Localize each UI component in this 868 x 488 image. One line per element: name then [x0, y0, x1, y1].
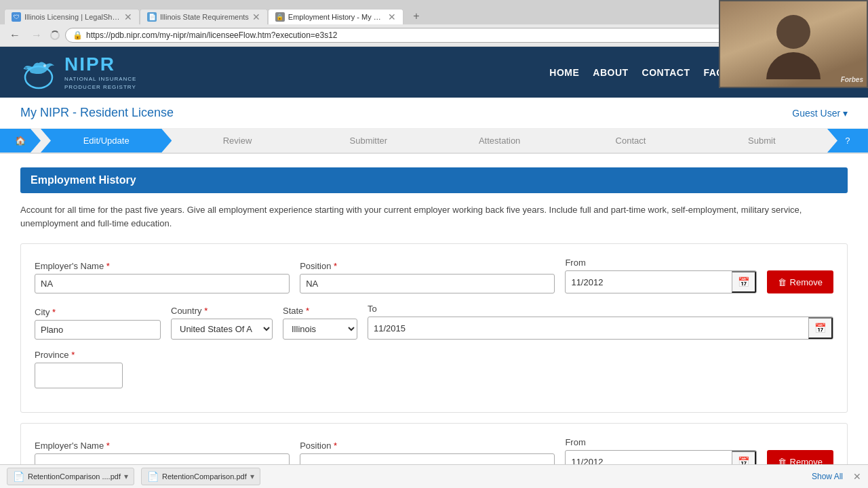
progress-submit[interactable]: Submit: [696, 129, 827, 152]
description-text: Account for all time for the past five y…: [20, 203, 848, 230]
entry1-city-group: City *: [35, 307, 161, 340]
dl2-chevron[interactable]: ▾: [250, 472, 254, 481]
employer-required: *: [106, 261, 110, 271]
country-required: *: [204, 306, 208, 316]
download-item-2[interactable]: 📄 RetentionComparison.pdf ▾: [141, 468, 260, 485]
entry2-position-label-text: Position: [300, 441, 331, 451]
video-inner: [720, 1, 867, 87]
new-tab-button[interactable]: +: [406, 8, 427, 24]
province-label-text: Province: [35, 350, 69, 360]
progress-edit[interactable]: Edit/Update: [41, 129, 172, 152]
entry1-state-select[interactable]: Illinois: [283, 319, 357, 340]
entry2-employer-label: Employer's Name *: [35, 441, 290, 451]
sub-header: My NIPR - Resident License Guest User ▾: [0, 98, 868, 129]
country-label-text: Country: [171, 306, 202, 316]
entry2-employer-required: *: [106, 441, 110, 451]
city-required: *: [52, 307, 56, 317]
dl2-icon: 📄: [147, 471, 159, 482]
entry1-province-label: Province *: [35, 350, 123, 360]
progress-attestation[interactable]: Attestation: [434, 129, 565, 152]
entry1-country-select[interactable]: United States Of A: [171, 319, 273, 340]
entry1-province-input[interactable]: [35, 367, 123, 385]
entry1-to-label: To: [368, 304, 833, 314]
city-label-text: City: [35, 307, 50, 317]
browser-tab-1[interactable]: 🛡 Illinois Licensing | LegalShield... ✕: [4, 9, 140, 24]
forbes-watermark: Forbes: [841, 76, 863, 83]
dl1-label: RetentionComparison ....pdf: [28, 472, 121, 481]
back-button[interactable]: ←: [7, 28, 23, 43]
browser-tab-2[interactable]: 📄 Illinois State Requirements ✕: [140, 9, 268, 24]
tab3-label: Employment History - My NIPR...: [288, 13, 384, 21]
employer-label-text: Employer's Name: [35, 261, 104, 271]
entry1-city-label: City *: [35, 307, 161, 317]
entry1-to-group: To 📅: [368, 304, 833, 340]
entry1-position-input[interactable]: [300, 274, 555, 293]
entry1-from-input[interactable]: [566, 273, 731, 291]
nipr-logo: NIPR NATIONAL INSURANCEPRODUCER REGISTRY: [20, 54, 136, 91]
entry1-to-input[interactable]: [368, 319, 808, 338]
entry1-employer-input[interactable]: [35, 274, 290, 293]
dl1-icon: 📄: [13, 471, 24, 482]
download-item-1[interactable]: 📄 RetentionComparison ....pdf ▾: [7, 468, 134, 485]
dl2-label: RetentionComparison.pdf: [162, 472, 247, 481]
nav-home[interactable]: HOME: [549, 67, 579, 78]
help-label: ?: [845, 136, 850, 146]
video-person-head: [776, 15, 810, 49]
progress-home[interactable]: 🏠: [0, 129, 41, 152]
progress-contact[interactable]: Contact: [565, 129, 696, 152]
progress-review[interactable]: Review: [172, 129, 302, 152]
entry1-country-label: Country *: [171, 306, 273, 316]
nipr-bird-logo: [20, 54, 58, 91]
entry1-to-calendar[interactable]: 📅: [808, 317, 833, 339]
tab2-label: Illinois State Requirements: [160, 13, 249, 21]
entry1-row2: City * Country * United States Of A Stat…: [35, 304, 833, 340]
address-text: https://pdb.nipr.com/my-nipr/main/licens…: [86, 30, 338, 40]
main-content: Employment History Account for all time …: [0, 154, 868, 488]
tab3-close[interactable]: ✕: [388, 12, 396, 22]
entry1-position-group: Position *: [300, 261, 555, 293]
position-label-text: Position: [300, 261, 331, 271]
position-required: *: [334, 261, 337, 271]
download-close-button[interactable]: ✕: [853, 471, 861, 482]
entry2-employer-label-text: Employer's Name: [35, 441, 104, 451]
progress-help[interactable]: ?: [827, 129, 868, 152]
entry1-state-label: State *: [283, 306, 357, 316]
progress-bar: 🏠 Edit/Update Review Submitter Attestati…: [0, 129, 868, 154]
forward-button[interactable]: →: [28, 28, 45, 43]
show-all-button[interactable]: Show All: [812, 472, 843, 481]
entry1-employer-group: Employer's Name *: [35, 261, 290, 293]
entry1-state-group: State * Illinois: [283, 306, 357, 340]
progress-submitter[interactable]: Submitter: [303, 129, 434, 152]
loading-spinner: [50, 30, 60, 40]
svg-point-1: [43, 64, 46, 67]
entry1-remove-button[interactable]: 🗑 Remove: [767, 270, 833, 293]
section-title: Employment History: [31, 174, 136, 186]
entry1-row1: Employer's Name * Position * From 📅: [35, 258, 833, 293]
attestation-label: Attestation: [479, 136, 520, 146]
province-required: *: [71, 350, 75, 360]
nav-about[interactable]: ABOUT: [593, 67, 628, 78]
guest-user-button[interactable]: Guest User ▾: [792, 108, 848, 119]
entry1-from-calendar[interactable]: 📅: [732, 271, 756, 293]
logo-text: NIPR NATIONAL INSURANCEPRODUCER REGISTRY: [64, 54, 136, 90]
browser-tab-3[interactable]: 🔒 Employment History - My NIPR... ✕: [268, 9, 403, 24]
edit-label: Edit/Update: [83, 136, 130, 146]
entry1-province-group: Province * ▲▼: [35, 350, 123, 388]
tab3-favicon: 🔒: [275, 12, 285, 22]
state-required: *: [306, 306, 309, 316]
dl1-chevron[interactable]: ▾: [124, 472, 128, 481]
contact-label: Contact: [616, 136, 646, 146]
remove-icon-1: 🗑: [778, 277, 787, 287]
entry1-city-input[interactable]: [35, 320, 161, 340]
entry2-position-label: Position *: [300, 441, 555, 451]
entry2-from-label: From: [565, 437, 756, 447]
tab1-favicon: 🛡: [12, 12, 21, 22]
entry1-row3: Province * ▲▼: [35, 350, 833, 388]
tab1-close[interactable]: ✕: [124, 12, 132, 22]
entry1-employer-label: Employer's Name *: [35, 261, 290, 271]
nav-contact[interactable]: CONTACT: [642, 67, 690, 78]
tab2-close[interactable]: ✕: [252, 12, 260, 22]
submitter-label: Submitter: [350, 136, 388, 146]
remove-label-1: Remove: [790, 277, 823, 287]
section-header: Employment History: [20, 167, 848, 193]
